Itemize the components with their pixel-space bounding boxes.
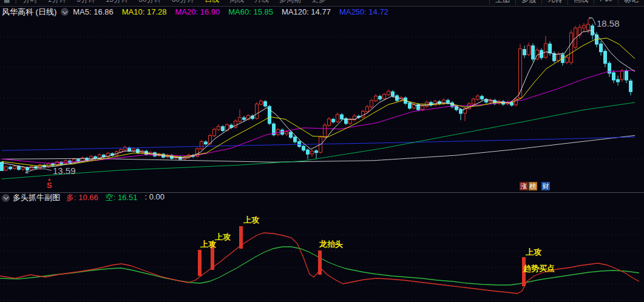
chevron-down-icon[interactable] <box>2 194 10 202</box>
stock-title: 风华高科 (日线) <box>2 7 56 18</box>
event-badge[interactable]: 榜 <box>529 182 537 190</box>
period-tabs: 分时1分钟5分钟15分钟30分钟60分钟日线周线月线多周期更多 <box>23 0 326 5</box>
ma-value: MA10: 17.28 <box>122 7 167 16</box>
ma-legend: MA5: 16.86MA10: 17.28MA20: 16.90MA60: 15… <box>73 7 388 16</box>
ma-value: MA120: 14.77 <box>282 7 331 16</box>
ma-line-MA60 <box>2 102 635 179</box>
indicator-line-chart[interactable] <box>0 202 644 302</box>
period-tab[interactable]: 日线 <box>205 0 219 5</box>
toolbar-button[interactable]: 多股 <box>515 0 541 5</box>
stock-app-window: { "colors":{ "bg":"#060611","grid":"#303… <box>0 0 644 302</box>
annotation-arrow <box>25 169 52 173</box>
toolbar-button[interactable]: 主图 <box>489 0 515 5</box>
main-chart-area[interactable]: 18.58 13.59 ▲ S 涨榜财 <box>0 17 644 192</box>
indicator-chart-area[interactable]: 上攻上攻上攻龙抬头上攻趋势买点 <box>0 202 644 302</box>
toolbar-button[interactable]: 标记 <box>618 0 644 5</box>
event-badge[interactable]: 财 <box>541 182 550 190</box>
period-tab[interactable]: 30分钟 <box>138 0 161 5</box>
ma-value: MA60: 15.85 <box>228 7 273 16</box>
period-tab[interactable]: 周线 <box>229 0 244 5</box>
ma-value: MA20: 16.90 <box>175 7 220 16</box>
toolbar-button[interactable]: 画线 <box>568 0 594 5</box>
signal-label: 龙抬头 <box>319 239 343 250</box>
main-candlestick-chart[interactable] <box>0 17 644 192</box>
toolbar-divider: | <box>15 0 16 4</box>
period-tab[interactable]: 月线 <box>254 0 269 5</box>
period-tab[interactable]: 5分钟 <box>76 0 95 5</box>
main-chart-header: 风华高科 (日线) MA5: 16.86MA10: 17.28MA20: 16.… <box>0 7 644 17</box>
event-badge[interactable]: 涨 <box>520 182 528 190</box>
signal-label: 趋势买点 <box>523 263 555 274</box>
signal-label: 上攻 <box>200 239 216 250</box>
sell-signal-marker: ▲ S <box>47 177 52 189</box>
ma-value: MA250: 14.72 <box>339 7 388 16</box>
low-price-label: 13.59 <box>53 166 76 176</box>
period-tab[interactable]: 1分钟 <box>48 0 67 5</box>
signal-label: 上攻 <box>243 215 259 226</box>
toolbar: ▦ | 分时1分钟5分钟15分钟30分钟60分钟日线周线月线多周期更多 主图多股… <box>0 0 644 7</box>
ma-value: MA5: 16.86 <box>73 7 114 16</box>
chevron-down-icon[interactable] <box>61 8 69 16</box>
signal-bars <box>198 226 526 286</box>
indicator-header: 多头抓牛副图 多: 10.66空: 16.51: 0.00 <box>0 192 644 203</box>
ma-line-MA250 <box>2 137 635 150</box>
signal-label: 上攻 <box>526 247 541 258</box>
signal-label: 上攻 <box>215 232 231 243</box>
period-tab[interactable]: 分时 <box>23 0 38 5</box>
period-tab[interactable]: 60分钟 <box>172 0 194 5</box>
toolbar-buttons: 主图多股九转画线F10标记 <box>489 0 644 5</box>
toolbar-button[interactable]: F10 <box>594 0 618 5</box>
period-tab[interactable]: 更多 <box>311 0 326 5</box>
toolbar-button[interactable]: 九转 <box>541 0 568 5</box>
period-tab[interactable]: 多周期 <box>279 0 301 5</box>
grid-icon[interactable]: ▦ <box>4 0 10 4</box>
ma-line-MA20 <box>2 70 635 164</box>
period-tab[interactable]: 15分钟 <box>106 0 128 5</box>
high-price-label: 18.58 <box>597 18 620 29</box>
